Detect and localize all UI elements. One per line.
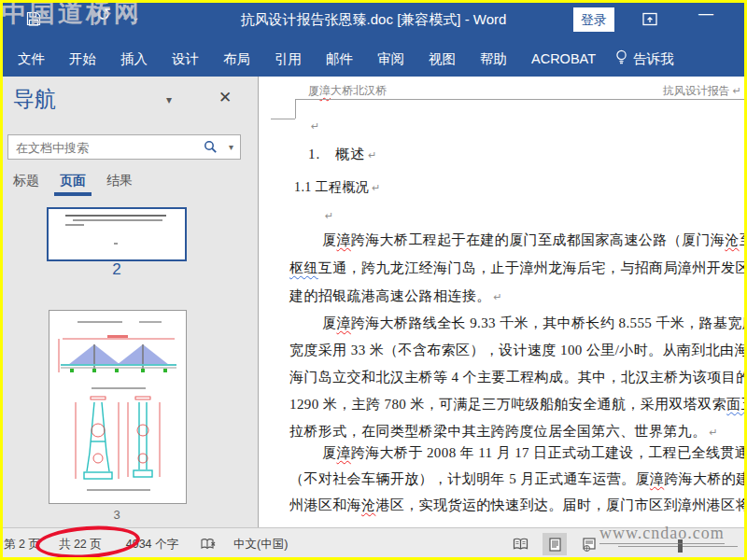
margin-boundary-line [295, 99, 296, 119]
tell-me-control[interactable]: 告诉我 [608, 49, 682, 68]
doc-text-line: 宽度采用 33 米（不含布索区），设计速度 100 公里/小时。从南到北由海平立… [289, 342, 747, 359]
navigation-tabs: 标题 页面 结果 [13, 173, 133, 189]
sign-in-button[interactable]: 登录 [573, 7, 614, 32]
ribbon-tab-design[interactable]: 设计 [160, 50, 211, 68]
margin-boundary-line [271, 119, 295, 119]
ribbon-tab-acrobat[interactable]: ACROBAT [519, 51, 608, 66]
document-page[interactable]: 厦漳大桥北汉桥 抗风设计报告↵ ↵1. 概述↵1.1 工程概况↵↵厦漳跨海大桥工… [260, 77, 747, 527]
document-search-box[interactable]: ▾ [7, 134, 241, 160]
doc-text-line: 枢纽互通，跨九龙江经海门岛，止于漳州龙海后宅，与招商局漳州开发区疏港一级公路和在 [289, 259, 747, 277]
search-input[interactable] [14, 138, 186, 158]
ribbon-tab-file[interactable]: 文件 [6, 50, 57, 68]
doc-text-line: 1.1 工程概况↵ [294, 179, 381, 196]
ribbon-tab-home[interactable]: 开始 [57, 50, 108, 68]
doc-text-line: （不对社会车辆开放），计划明年 5 月正式通车运营。厦漳跨海大桥的建成将串连招商… [289, 470, 747, 488]
lightbulb-icon [615, 49, 627, 68]
ribbon-tab-references[interactable]: 引用 [262, 50, 314, 68]
bottom-right-watermark: www.cndao.com [599, 524, 725, 544]
nav-tab-results[interactable]: 结果 [106, 173, 133, 189]
thumbnail-text-line [73, 219, 162, 221]
doc-text-line: 厦漳跨海大桥于 2008 年 11 月 17 日正式动工建设，工程已全线贯通并可… [322, 444, 747, 462]
doc-text-line: 海门岛立交和北汉主桥等 4 个主要工程构成。其中，北汉主桥为该项目的主体工程，桥… [289, 369, 747, 386]
search-options-caret-icon[interactable]: ▾ [229, 142, 233, 152]
doc-text-line: 拉桥形式，在同类型桥梁中其主跨跨度位居全国第六、世界第九。↵ [289, 423, 718, 441]
doc-text-line: 1. 概述↵ [308, 146, 377, 163]
web-layout-button[interactable] [577, 533, 601, 555]
navigation-pane-title: 导航 [13, 85, 56, 114]
ribbon-tab-mailings[interactable]: 邮件 [314, 50, 365, 68]
page-indicator[interactable]: 第 2 页 [4, 537, 40, 553]
navigation-close-icon[interactable]: ✕ [218, 88, 232, 107]
ribbon-tab-insert[interactable]: 插入 [108, 50, 160, 68]
navigation-options-caret-icon[interactable]: ▾ [166, 93, 172, 106]
minimize-button[interactable]: — [698, 6, 713, 22]
top-left-watermark: 中国道桥网 [2, 0, 142, 30]
thumbnail-text-line [65, 224, 84, 226]
doc-text-line: 厦漳跨海大桥路线全长 9.33 千米，其中桥长约 8.555 千米，路基宽度 3… [322, 315, 747, 332]
doc-text-line: 建的招银疏港高速公路相连接。↵ [289, 287, 502, 305]
page-3-thumbnail-drawing [49, 311, 186, 503]
search-icon[interactable] [204, 140, 218, 158]
page-3-thumbnail-label: 3 [49, 508, 185, 522]
ribbon-tab-help[interactable]: 帮助 [468, 50, 519, 68]
nav-tab-pages[interactable]: 页面 [60, 173, 86, 189]
doc-text-line: ↵ [308, 118, 320, 133]
page-header-right: 抗风设计报告↵ [663, 83, 741, 99]
ribbon-display-options-icon[interactable] [642, 12, 657, 30]
doc-text-line: 厦漳跨海大桥工程起于在建的厦门至成都国家高速公路（厦门海沧至漳州天宝段）青礁 [322, 231, 747, 249]
page-2-thumbnail-label: 2 [47, 260, 187, 279]
page-2-thumbnail[interactable] [47, 207, 187, 261]
doc-text-line: ↵ [322, 207, 334, 223]
page-header-left: 厦漳大桥北汉桥 [308, 83, 387, 99]
thumbnail-page-number-mark [114, 243, 118, 245]
nav-tab-headings[interactable]: 标题 [13, 173, 39, 189]
navigation-pane: 导航 ▾ ✕ ▾ 标题 页面 结果 2 [0, 77, 259, 527]
proofing-status-icon[interactable] [201, 538, 217, 551]
doc-text-line: 州港区和海沧港区，实现货运的快速到达。届时，厦门市区到漳州港区将由现在的 1 个… [289, 497, 747, 514]
doc-text-line: 1290 米，主跨 780 米，可满足三万吨级船舶安全通航，采用双塔双索面五跨连… [289, 396, 747, 413]
view-shortcuts [508, 533, 601, 555]
ribbon-tab-bar: 文件 开始 插入 设计 布局 引用 邮件 审阅 视图 帮助 ACROBAT 告诉… [0, 41, 747, 77]
language-indicator[interactable]: 中文(中国) [233, 537, 288, 553]
header-boundary-line [295, 99, 747, 100]
thumbnail-text-line [65, 215, 166, 217]
page-3-thumbnail[interactable] [49, 310, 187, 504]
ribbon-tab-review[interactable]: 审阅 [365, 50, 416, 68]
print-layout-button[interactable] [543, 533, 567, 555]
ribbon-tab-view[interactable]: 视图 [416, 50, 468, 68]
ribbon-tab-layout[interactable]: 布局 [211, 50, 262, 68]
read-mode-button[interactable] [508, 533, 532, 555]
